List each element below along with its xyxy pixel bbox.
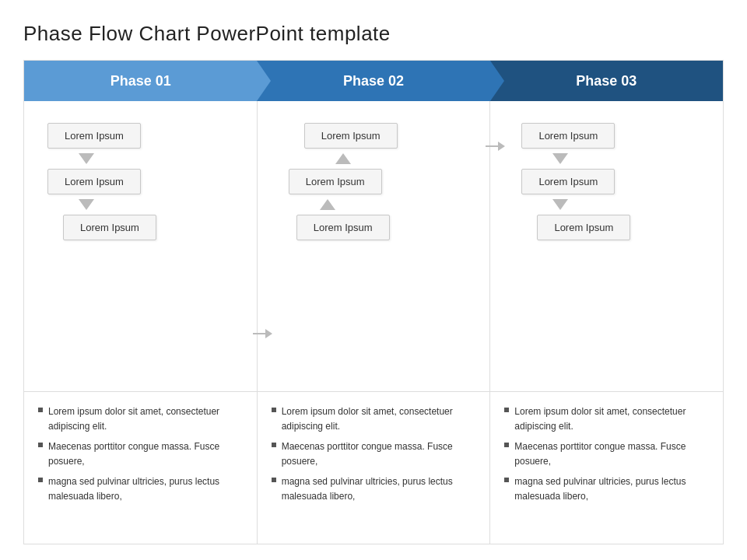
bullet-item-3-3: magna sed pulvinar ultricies, purus lect… <box>504 474 709 503</box>
arrow-down-1-2 <box>79 199 94 210</box>
page: Phase Flow Chart PowerPoint template Pha… <box>0 0 747 560</box>
arrow-down-3-2 <box>552 199 568 210</box>
connector-arrow-1-2 <box>253 329 272 338</box>
flow-row-2-1: Lorem Ipsum <box>304 123 482 149</box>
col2-flow: Lorem Ipsum Lorem Ipsum Lorem Ipsum <box>265 115 482 240</box>
bullet-item-2-3: magna sed pulvinar ultricies, purus lect… <box>272 474 476 503</box>
col3-flow: Lorem Ipsum Lorem Ipsum Lorem Ipsum <box>498 115 715 240</box>
bullet-sq-2-3 <box>272 478 276 482</box>
bullet-item-1-3: magna sed pulvinar ultricies, purus lect… <box>38 474 243 503</box>
bullet-item-1-1: Lorem ipsum dolor sit amet, consectetuer… <box>38 404 243 433</box>
bullet-item-2-2: Maecenas porttitor congue massa. Fusce p… <box>272 439 476 468</box>
flow-box-1-3: Lorem Ipsum <box>63 215 156 240</box>
phase-bottom-row: Lorem ipsum dolor sit amet, consectetuer… <box>24 392 723 544</box>
page-title: Phase Flow Chart PowerPoint template <box>23 22 724 46</box>
flow-box-3-1: Lorem Ipsum <box>521 123 615 149</box>
flow-row-1-1: Lorem Ipsum <box>47 123 249 149</box>
flow-row-1-2: Lorem Ipsum <box>47 169 249 194</box>
col1-flow: Lorem Ipsum Lorem Ipsum Lorem Ipsum <box>32 115 249 240</box>
phases-container: Phase 01 Phase 02 Phase 03 Lorem Ipsum <box>23 60 724 544</box>
flow-box-1-1: Lorem Ipsum <box>47 123 141 149</box>
bullet-sq-3-2 <box>504 443 509 447</box>
flow-box-1-2: Lorem Ipsum <box>47 169 141 194</box>
bullet-item-3-2: Maecenas porttitor congue massa. Fusce p… <box>504 439 709 468</box>
phase-bottom-col-1: Lorem ipsum dolor sit amet, consectetuer… <box>24 392 258 544</box>
flow-box-3-2: Lorem Ipsum <box>521 169 615 194</box>
phase-col-2: Lorem Ipsum Lorem Ipsum Lorem Ipsum <box>258 101 491 391</box>
phase-bottom-col-3: Lorem ipsum dolor sit amet, consectetuer… <box>490 392 723 544</box>
flow-row-3-3: Lorem Ipsum <box>537 215 731 240</box>
flow-box-2-3: Lorem Ipsum <box>296 215 390 240</box>
flow-box-3-3: Lorem Ipsum <box>537 215 630 240</box>
bullet-item-1-2: Maecenas porttitor congue massa. Fusce p… <box>38 439 243 468</box>
arrow-up-2-1 <box>335 153 351 164</box>
bullet-sq-2-2 <box>272 443 276 447</box>
phase-content-row: Lorem Ipsum Lorem Ipsum Lorem Ipsum <box>24 101 723 392</box>
flow-row-2-3: Lorem Ipsum <box>296 215 475 240</box>
arrow-down-3-1 <box>552 153 568 164</box>
bullet-sq-2-1 <box>272 408 276 412</box>
connector-arrow-2-3 <box>486 142 505 151</box>
bullet-sq-1-3 <box>38 478 43 482</box>
arrow-down-1-1 <box>79 153 94 164</box>
flow-box-2-1: Lorem Ipsum <box>304 123 398 149</box>
flow-row-3-2: Lorem Ipsum <box>521 169 715 194</box>
phase-headers: Phase 01 Phase 02 Phase 03 <box>24 61 723 101</box>
flow-row-2-2: Lorem Ipsum <box>289 169 467 194</box>
phase-header-3: Phase 03 <box>490 61 723 101</box>
bullet-sq-1-2 <box>38 443 43 447</box>
phase-header-1: Phase 01 <box>24 61 257 101</box>
phase-bottom-col-2: Lorem ipsum dolor sit amet, consectetuer… <box>258 392 491 544</box>
bullet-item-3-1: Lorem ipsum dolor sit amet, consectetuer… <box>504 404 709 433</box>
bullet-item-2-1: Lorem ipsum dolor sit amet, consectetuer… <box>272 404 476 433</box>
flow-row-1-3: Lorem Ipsum <box>63 215 265 240</box>
bullet-sq-3-1 <box>504 408 509 412</box>
flow-box-2-2: Lorem Ipsum <box>289 169 382 194</box>
phase-col-1: Lorem Ipsum Lorem Ipsum Lorem Ipsum <box>24 101 258 391</box>
bullet-sq-1-1 <box>38 408 43 412</box>
bullet-sq-3-3 <box>504 478 509 482</box>
phase-header-2: Phase 02 <box>257 61 489 101</box>
arrow-up-2-2 <box>320 199 335 210</box>
flow-row-3-1: Lorem Ipsum <box>521 123 715 149</box>
phase-col-3: Lorem Ipsum Lorem Ipsum Lorem Ipsum <box>490 101 723 391</box>
